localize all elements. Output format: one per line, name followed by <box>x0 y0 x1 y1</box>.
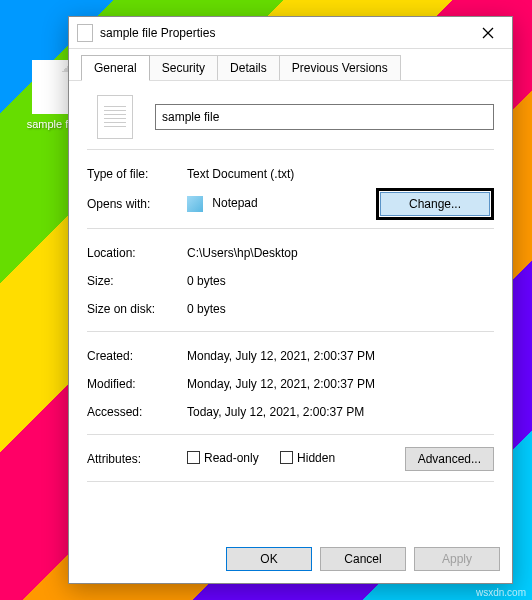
readonly-label: Read-only <box>204 451 259 465</box>
document-icon <box>77 24 93 42</box>
value-size: 0 bytes <box>187 274 494 288</box>
label-modified: Modified: <box>87 377 187 391</box>
advanced-button[interactable]: Advanced... <box>405 447 494 471</box>
divider <box>87 331 494 332</box>
value-size-on-disk: 0 bytes <box>187 302 494 316</box>
properties-dialog: sample file Properties General Security … <box>68 16 513 584</box>
titlebar: sample file Properties <box>69 17 512 49</box>
value-type-of-file: Text Document (.txt) <box>187 167 494 181</box>
dialog-title: sample file Properties <box>100 26 468 40</box>
label-created: Created: <box>87 349 187 363</box>
watermark: wsxdn.com <box>476 587 526 598</box>
apply-button[interactable]: Apply <box>414 547 500 571</box>
hidden-checkbox-wrap[interactable]: Hidden <box>280 451 335 465</box>
value-modified: Monday, July 12, 2021, 2:00:37 PM <box>187 377 494 391</box>
divider <box>87 434 494 435</box>
readonly-checkbox[interactable] <box>187 451 200 464</box>
tab-security[interactable]: Security <box>149 55 218 80</box>
opens-with-app: Notepad <box>212 196 257 210</box>
value-created: Monday, July 12, 2021, 2:00:37 PM <box>187 349 494 363</box>
tab-strip: General Security Details Previous Versio… <box>69 49 512 81</box>
tab-general[interactable]: General <box>81 55 150 81</box>
label-type-of-file: Type of file: <box>87 167 187 181</box>
label-opens-with: Opens with: <box>87 197 187 211</box>
hidden-checkbox[interactable] <box>280 451 293 464</box>
close-button[interactable] <box>468 19 508 47</box>
dialog-buttons: OK Cancel Apply <box>69 536 512 583</box>
file-type-icon <box>97 95 133 139</box>
hidden-label: Hidden <box>297 451 335 465</box>
filename-input[interactable] <box>155 104 494 130</box>
label-accessed: Accessed: <box>87 405 187 419</box>
value-accessed: Today, July 12, 2021, 2:00:37 PM <box>187 405 494 419</box>
ok-button[interactable]: OK <box>226 547 312 571</box>
divider <box>87 228 494 229</box>
tab-details[interactable]: Details <box>217 55 280 80</box>
close-icon <box>482 27 494 39</box>
label-size-on-disk: Size on disk: <box>87 302 187 316</box>
tab-previous-versions[interactable]: Previous Versions <box>279 55 401 80</box>
readonly-checkbox-wrap[interactable]: Read-only <box>187 451 259 465</box>
divider <box>87 481 494 482</box>
value-location: C:\Users\hp\Desktop <box>187 246 494 260</box>
tab-content-general: Type of file: Text Document (.txt) Opens… <box>69 81 512 536</box>
notepad-icon <box>187 196 203 212</box>
value-opens-with: Notepad <box>187 196 376 212</box>
attributes-area: Read-only Hidden <box>187 451 405 468</box>
label-size: Size: <box>87 274 187 288</box>
label-attributes: Attributes: <box>87 452 187 466</box>
cancel-button[interactable]: Cancel <box>320 547 406 571</box>
change-highlight: Change... <box>376 188 494 220</box>
divider <box>87 149 494 150</box>
change-button[interactable]: Change... <box>380 192 490 216</box>
label-location: Location: <box>87 246 187 260</box>
